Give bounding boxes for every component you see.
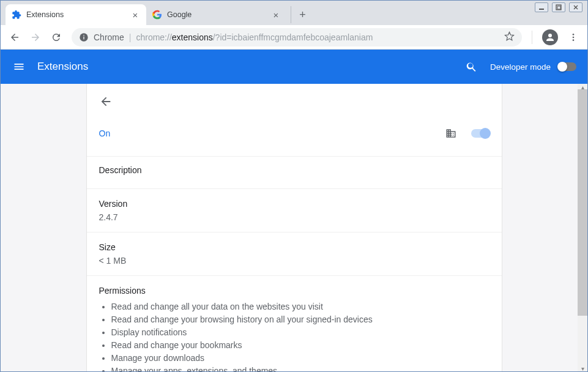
toolbar: Chrome | chrome://extensions/?id=icbaien… — [1, 25, 587, 50]
list-item: Read and change your browsing history on… — [111, 313, 489, 326]
tab-extensions[interactable]: Extensions × — [6, 4, 146, 25]
scrollbar-thumb[interactable] — [578, 89, 587, 316]
kebab-menu-icon[interactable] — [564, 28, 582, 46]
hamburger-menu-icon[interactable] — [12, 59, 26, 74]
scroll-down-icon[interactable]: ▾ — [579, 365, 586, 371]
tab-title: Extensions — [26, 10, 130, 19]
tab-google[interactable]: Google × — [146, 4, 287, 25]
extension-enable-toggle[interactable] — [471, 129, 489, 138]
close-tab-icon[interactable]: × — [271, 10, 281, 20]
maximize-button[interactable] — [552, 2, 565, 12]
site-info-icon[interactable] — [79, 32, 89, 42]
tab-title: Google — [167, 10, 271, 19]
list-item: Read and change your bookmarks — [111, 339, 489, 352]
forward-button[interactable] — [26, 28, 45, 46]
description-section: Description — [87, 156, 502, 188]
scrollbar[interactable]: ▴ ▾ — [578, 84, 587, 371]
list-item: Display notifications — [111, 326, 489, 339]
extension-status-label: On — [99, 128, 445, 138]
close-window-button[interactable] — [569, 2, 582, 12]
omnibox[interactable]: Chrome | chrome://extensions/?id=icbaien… — [72, 28, 522, 46]
omnibox-label: Chrome — [94, 32, 124, 42]
size-title: Size — [99, 242, 489, 252]
bookmark-star-icon[interactable] — [504, 31, 515, 43]
list-item: Read and change all your data on the web… — [111, 300, 489, 313]
permissions-section: Permissions Read and change all your dat… — [87, 275, 502, 371]
reload-button[interactable] — [47, 28, 65, 46]
version-title: Version — [99, 199, 489, 209]
back-button[interactable] — [6, 28, 24, 46]
svg-point-8 — [573, 36, 575, 38]
extensions-header: Extensions Developer mode — [1, 50, 587, 84]
omnibox-url: chrome://extensions/?id=icbaienffmcgmdam… — [136, 32, 373, 42]
close-tab-icon[interactable]: × — [130, 10, 140, 20]
puzzle-icon — [12, 10, 21, 20]
description-title: Description — [99, 165, 489, 175]
profile-avatar-icon[interactable] — [542, 29, 558, 45]
google-icon — [152, 10, 162, 20]
extension-detail-card: On Description Version 2.4.7 Size < 1 MB… — [86, 84, 502, 371]
svg-rect-2 — [557, 6, 560, 9]
size-section: Size < 1 MB — [87, 232, 502, 275]
page-title: Extensions — [37, 61, 464, 73]
list-item: Manage your downloads — [111, 352, 489, 365]
content-area: On Description Version 2.4.7 Size < 1 MB… — [1, 84, 587, 371]
permissions-title: Permissions — [99, 286, 489, 296]
tab-strip: Extensions × Google × + — [1, 1, 587, 25]
search-icon[interactable] — [464, 59, 479, 74]
window-controls — [535, 2, 582, 12]
building-icon — [445, 128, 456, 139]
back-arrow-icon[interactable] — [99, 95, 114, 110]
size-value: < 1 MB — [99, 256, 489, 266]
svg-point-9 — [573, 39, 575, 41]
svg-rect-5 — [83, 35, 84, 35]
developer-mode-label: Developer mode — [490, 62, 551, 72]
new-tab-button[interactable]: + — [291, 6, 308, 23]
permissions-list: Read and change all your data on the web… — [111, 300, 489, 371]
svg-point-6 — [548, 34, 552, 37]
minimize-button[interactable] — [535, 2, 548, 12]
svg-rect-0 — [539, 9, 544, 10]
version-section: Version 2.4.7 — [87, 188, 502, 232]
svg-rect-4 — [83, 36, 84, 39]
list-item: Manage your apps, extensions, and themes — [111, 365, 489, 371]
developer-mode-toggle[interactable] — [558, 62, 576, 71]
version-value: 2.4.7 — [99, 212, 489, 222]
svg-point-7 — [573, 34, 575, 35]
